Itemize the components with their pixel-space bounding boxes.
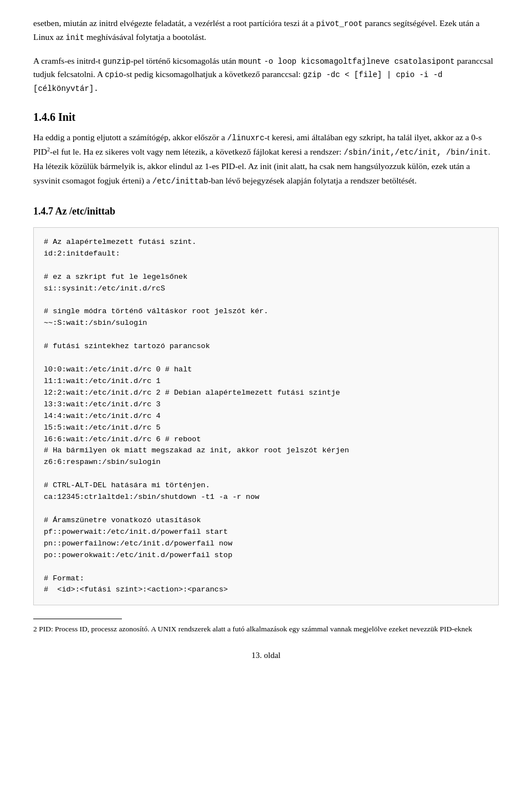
footnote-ref-2: 2 [47, 146, 50, 152]
section-147-heading: 1.4.7 Az /etc/inittab [33, 206, 499, 217]
section-146-body: Ha eddig a pontig eljutott a számítógép,… [33, 130, 499, 188]
footnote-2: 2 PID: Process ID, processz azonosító. A… [33, 624, 499, 635]
inittab-code-block: # Az alapértelmezett futási szint. id:2:… [33, 227, 499, 606]
footnote-divider [33, 619, 122, 619]
intro-paragraph-1: esetben, miután az initrd elvégezte fela… [33, 17, 499, 44]
intro-paragraph-2: A cramfs-es initrd-t gunzip-pel történő … [33, 54, 499, 95]
footnote-content: PID: Process ID, processz azonosító. A U… [39, 625, 472, 633]
footnote-number: 2 [33, 625, 37, 633]
section-146-heading: 1.4.6 Init [33, 111, 499, 124]
page-content: esetben, miután az initrd elvégezte fela… [33, 17, 499, 660]
page-number: 13. oldal [33, 651, 499, 660]
